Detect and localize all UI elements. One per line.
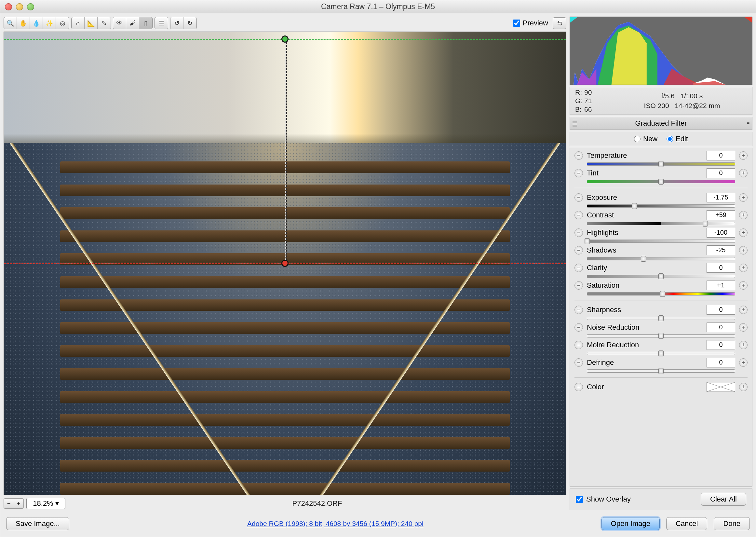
moire-reduction-slider[interactable]: − Moire Reduction 0 + (575, 340, 747, 355)
graduated-filter-end-handle[interactable] (282, 260, 288, 267)
temperature-thumb[interactable] (659, 161, 663, 167)
color-swatch[interactable] (706, 382, 735, 392)
sharpness-minus[interactable]: − (575, 306, 583, 314)
zoom-window-button[interactable] (27, 3, 34, 10)
noise-thumb[interactable] (659, 333, 663, 339)
tint-minus[interactable]: − (575, 169, 583, 177)
moire-plus[interactable]: + (739, 341, 747, 349)
crop-tool[interactable]: ⌂ (72, 17, 85, 29)
show-overlay-checkbox[interactable] (576, 496, 583, 503)
temperature-value[interactable]: 0 (706, 151, 735, 160)
defringe-value[interactable]: 0 (706, 358, 735, 367)
saturation-slider[interactable]: − Saturation +1 + (575, 280, 747, 296)
sharpness-value[interactable]: 0 (706, 305, 735, 315)
highlights-plus[interactable]: + (739, 228, 747, 237)
preview-toggle[interactable]: Preview (513, 19, 548, 27)
histogram[interactable] (570, 17, 752, 85)
panel-menu-button[interactable]: ≡ (747, 121, 749, 126)
noise-reduction-slider[interactable]: − Noise Reduction 0 + (575, 322, 747, 338)
saturation-value[interactable]: +1 (706, 280, 735, 290)
workflow-options-link[interactable]: Adobe RGB (1998); 8 bit; 4608 by 3456 (1… (247, 520, 424, 527)
saturation-plus[interactable]: + (739, 281, 747, 290)
spot-removal-tool[interactable]: ✎ (97, 17, 111, 29)
contrast-thumb[interactable] (703, 221, 708, 227)
exposure-plus[interactable]: + (739, 193, 747, 202)
noise-plus[interactable]: + (739, 323, 747, 332)
zoom-in-button[interactable]: + (14, 499, 23, 508)
contrast-value[interactable]: +59 (706, 210, 735, 220)
clarity-plus[interactable]: + (739, 264, 747, 272)
white-balance-tool[interactable]: 💧 (30, 17, 43, 29)
moire-minus[interactable]: − (575, 341, 583, 349)
defringe-plus[interactable]: + (739, 358, 747, 367)
sharpness-thumb[interactable] (659, 315, 663, 321)
contrast-minus[interactable]: − (575, 211, 583, 219)
exposure-minus[interactable]: − (575, 193, 583, 202)
highlights-thumb[interactable] (585, 238, 590, 244)
clarity-value[interactable]: 0 (706, 263, 735, 273)
clear-all-button[interactable]: Clear All (701, 493, 746, 506)
targeted-adjustment-tool[interactable]: ◎ (56, 17, 69, 29)
temperature-slider[interactable]: − Temperature 0 + (575, 151, 747, 166)
exposure-thumb[interactable] (632, 203, 637, 209)
zoom-level-select[interactable]: 18.2%▾ (26, 498, 65, 509)
saturation-thumb[interactable] (660, 291, 665, 297)
tint-thumb[interactable] (659, 179, 663, 185)
highlights-minus[interactable]: − (575, 228, 583, 237)
shadows-value[interactable]: -25 (706, 245, 735, 255)
moire-value[interactable]: 0 (706, 340, 735, 350)
preview-checkbox[interactable] (513, 20, 520, 27)
defringe-slider[interactable]: − Defringe 0 + (575, 358, 747, 373)
zoom-out-button[interactable]: − (4, 499, 14, 508)
contrast-plus[interactable]: + (739, 211, 747, 219)
adjustment-brush-tool[interactable]: 🖌 (126, 17, 139, 29)
zoom-tool[interactable]: 🔍 (4, 17, 17, 29)
mode-edit[interactable]: Edit (666, 135, 688, 143)
save-image-button[interactable]: Save Image... (6, 517, 69, 530)
graduated-filter-tool[interactable]: ▯ (139, 17, 152, 29)
cancel-button[interactable]: Cancel (666, 517, 707, 530)
preferences-button[interactable]: ☰ (155, 17, 168, 29)
mode-new[interactable]: New (634, 135, 658, 143)
noise-value[interactable]: 0 (706, 322, 735, 332)
rotate-cw-button[interactable]: ↻ (183, 17, 197, 29)
moire-thumb[interactable] (659, 351, 663, 356)
exposure-slider[interactable]: − Exposure -1.75 + (575, 193, 747, 208)
defringe-thumb[interactable] (659, 368, 663, 374)
graduated-filter-axis[interactable] (285, 39, 287, 263)
rotate-ccw-button[interactable]: ↺ (170, 17, 183, 29)
clarity-minus[interactable]: − (575, 264, 583, 272)
highlights-slider[interactable]: − Highlights -100 + (575, 228, 747, 243)
defringe-minus[interactable]: − (575, 358, 583, 367)
shadows-plus[interactable]: + (739, 246, 747, 255)
tint-value[interactable]: 0 (706, 168, 735, 178)
close-window-button[interactable] (5, 3, 12, 10)
red-eye-tool[interactable]: 👁 (113, 17, 126, 29)
tint-plus[interactable]: + (739, 169, 747, 177)
color-plus[interactable]: + (739, 383, 747, 391)
shadows-thumb[interactable] (641, 256, 646, 262)
shadows-minus[interactable]: − (575, 246, 583, 255)
temperature-minus[interactable]: − (575, 151, 583, 160)
minimize-window-button[interactable] (16, 3, 23, 10)
shadows-slider[interactable]: − Shadows -25 + (575, 245, 747, 260)
image-preview[interactable] (4, 31, 566, 495)
temperature-plus[interactable]: + (739, 151, 747, 160)
noise-minus[interactable]: − (575, 323, 583, 332)
tint-slider[interactable]: − Tint 0 + (575, 168, 747, 183)
clarity-slider[interactable]: − Clarity 0 + (575, 263, 747, 278)
color-minus[interactable]: − (575, 383, 583, 391)
done-button[interactable]: Done (714, 517, 750, 530)
highlights-value[interactable]: -100 (706, 228, 735, 237)
saturation-minus[interactable]: − (575, 281, 583, 290)
fullscreen-toggle[interactable]: ⇆ (553, 17, 566, 29)
straighten-tool[interactable]: 📐 (85, 17, 97, 29)
contrast-slider[interactable]: − Contrast +59 + (575, 210, 747, 225)
clarity-thumb[interactable] (659, 273, 663, 279)
sharpness-slider[interactable]: − Sharpness 0 + (575, 305, 747, 320)
exposure-value[interactable]: -1.75 (706, 193, 735, 202)
graduated-filter-start-handle[interactable] (282, 35, 288, 43)
color-sampler-tool[interactable]: ✨ (43, 17, 56, 29)
hand-tool[interactable]: ✋ (17, 17, 30, 29)
open-image-button[interactable]: Open Image (601, 517, 660, 530)
